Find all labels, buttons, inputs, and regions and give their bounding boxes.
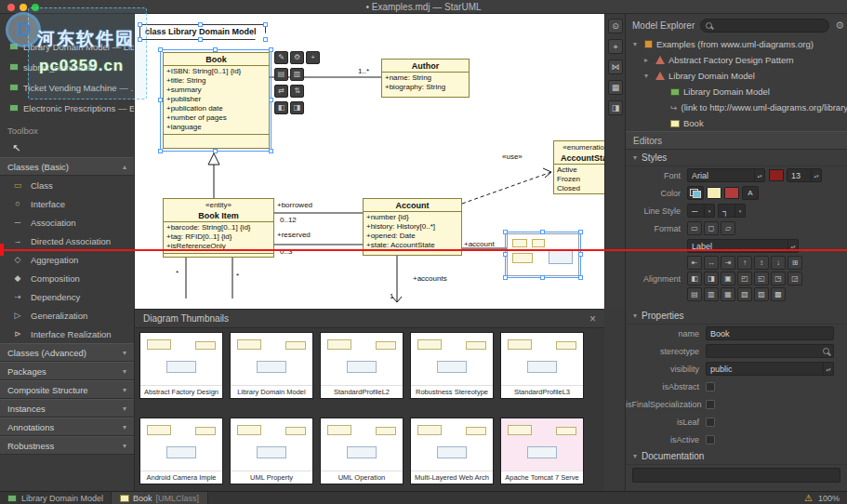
toolbox-section-classes-basic[interactable]: Classes (Basic) ▴: [0, 157, 134, 176]
selection-handle[interactable]: [269, 47, 273, 52]
alignment-button[interactable]: ↑: [737, 256, 752, 270]
selection-handle[interactable]: [198, 22, 203, 27]
working-diagram-item[interactable]: Ticket Vending Machine — …: [0, 77, 134, 98]
toolbox-item-aggregation[interactable]: ◇Aggregation: [0, 250, 134, 269]
quick-add-attribute-button[interactable]: ▤: [274, 68, 288, 81]
selection-handle[interactable]: [263, 37, 268, 42]
thumbnail-card[interactable]: StandardProfileL2: [320, 332, 404, 399]
toolbox-section-annotations[interactable]: Annotations▾: [0, 418, 134, 436]
toolbox-item-dependency[interactable]: ⇢Dependency: [0, 287, 134, 306]
selection-handle[interactable]: [138, 37, 142, 42]
toolbox-item-association[interactable]: ─Association: [0, 213, 134, 232]
format-button[interactable]: ▭: [687, 221, 702, 235]
warning-icon[interactable]: ⚠: [804, 493, 813, 503]
selection-handle[interactable]: [138, 22, 142, 27]
selection-handle[interactable]: [213, 149, 218, 153]
styles-section-header[interactable]: ▾Styles: [626, 150, 847, 166]
selection-handle[interactable]: [503, 275, 508, 280]
quick-edit-button[interactable]: ✎: [274, 51, 288, 64]
chevron-right-icon[interactable]: ▸: [644, 56, 652, 64]
alignment-button[interactable]: ↔: [704, 256, 719, 270]
alignment-button[interactable]: ◰: [737, 272, 752, 285]
selection-handle[interactable]: [269, 98, 273, 102]
is-active-checkbox[interactable]: [706, 435, 715, 444]
toolbox-item-directed-association[interactable]: →Directed Association: [0, 232, 134, 250]
alignment-button[interactable]: ▨: [754, 287, 769, 301]
toolbox-item-class[interactable]: ▭Class: [0, 176, 134, 194]
working-diagram-item[interactable]: Library Domain Model — Libr…: [0, 36, 134, 57]
thumbnail-card[interactable]: Library Domain Model: [230, 332, 313, 399]
is-final-specialization-checkbox[interactable]: [706, 400, 715, 409]
line-color-swatch[interactable]: [724, 187, 739, 199]
alignment-button[interactable]: ▥: [704, 287, 719, 301]
line-style-select[interactable]: ─▾: [687, 204, 715, 218]
toolbox-item-generalization[interactable]: ▷Generalization: [0, 306, 134, 325]
selection-handle[interactable]: [213, 47, 218, 52]
alignment-button[interactable]: ▦: [721, 287, 735, 301]
format-button[interactable]: ◻: [704, 221, 719, 235]
select-tool[interactable]: ↖: [0, 139, 134, 157]
quick-settings-button[interactable]: ⚙: [290, 51, 304, 64]
thumbnail-card[interactable]: Multi-Layered Web Arch: [410, 418, 494, 484]
visibility-select[interactable]: public▴▾: [706, 362, 834, 376]
quick-compartment-button[interactable]: ◧: [274, 101, 288, 114]
tree-item-hyperlink[interactable]: ↪(link to http://www.uml-diagrams.org/li…: [626, 99, 847, 115]
minimap-button[interactable]: ◨: [608, 100, 623, 115]
alignment-button[interactable]: ⊞: [787, 256, 802, 270]
quick-add-operation-button[interactable]: ▥: [290, 68, 304, 81]
is-leaf-checkbox[interactable]: [706, 418, 715, 427]
alignment-button[interactable]: ◱: [754, 272, 769, 285]
alignment-button[interactable]: ↕: [754, 256, 769, 270]
alignment-button[interactable]: ↓: [771, 256, 786, 270]
search-input[interactable]: [715, 20, 824, 30]
format-button[interactable]: ▱: [721, 221, 735, 235]
grid-button[interactable]: ▦: [608, 80, 623, 95]
close-icon[interactable]: ×: [589, 312, 596, 325]
stepper-icon[interactable]: ▾: [704, 205, 714, 217]
selection-handle[interactable]: [540, 230, 545, 234]
selection-handle[interactable]: [503, 230, 508, 234]
toolbox-item-composition[interactable]: ◆Composition: [0, 269, 134, 287]
alignment-button[interactable]: ▧: [737, 287, 752, 301]
thumbnail-card[interactable]: StandardProfileL3: [500, 332, 584, 399]
class-book[interactable]: Book +ISBN: String[0..1] {id} +title: St…: [163, 52, 270, 149]
quick-compartment-button[interactable]: ◨: [290, 101, 304, 114]
documentation-textarea[interactable]: [632, 468, 840, 483]
chevron-down-icon[interactable]: ▾: [633, 40, 641, 48]
font-color-swatch[interactable]: [769, 169, 784, 181]
toolbox-section-composite-structure[interactable]: Composite Structure▾: [0, 380, 134, 399]
diagram-frame-label[interactable]: class Library Domain Model: [139, 24, 266, 40]
search-icon[interactable]: [823, 348, 829, 354]
selection-handle[interactable]: [198, 37, 203, 42]
toolbox-section-classes-advanced[interactable]: Classes (Advanced)▾: [0, 343, 134, 362]
font-family-select[interactable]: Arial▴▾: [687, 168, 765, 182]
working-diagram-item[interactable]: Electronic Prescriptions — E…: [0, 98, 134, 118]
line-color-button[interactable]: [687, 186, 704, 200]
stereotype-field[interactable]: [706, 344, 834, 358]
active-diagram-indicator[interactable]: Library Domain Model: [0, 492, 111, 504]
alignment-button[interactable]: ◨: [704, 272, 719, 285]
line-corner-select[interactable]: ┐▾: [718, 204, 746, 218]
selection-handle[interactable]: [503, 252, 508, 257]
selection-handle[interactable]: [158, 47, 163, 52]
alignment-button[interactable]: ◧: [687, 272, 702, 285]
thumbnail-card[interactable]: UML Operation: [320, 418, 404, 484]
edge-use-dependency[interactable]: [462, 172, 551, 204]
selection-handle[interactable]: [578, 275, 583, 280]
font-color-button[interactable]: A: [742, 186, 759, 200]
gear-icon[interactable]: ⚙: [835, 20, 844, 32]
font-size-select[interactable]: 13▴▾: [787, 168, 822, 182]
relations-button[interactable]: ⋈: [608, 60, 623, 74]
selection-handle[interactable]: [263, 22, 268, 27]
alignment-button[interactable]: ▩: [771, 287, 786, 301]
pin-button[interactable]: ⊙: [608, 19, 623, 33]
stepper-icon[interactable]: ▴▾: [754, 169, 764, 181]
selection-handle[interactable]: [540, 275, 545, 280]
toolbox-item-interface-realization[interactable]: ⊳Interface Realization: [0, 325, 134, 343]
working-diagram-item[interactable]: submit_comments: [0, 57, 134, 77]
fill-color-swatch[interactable]: [707, 187, 721, 199]
stepper-icon[interactable]: ▾: [735, 205, 745, 217]
search-box[interactable]: [700, 19, 829, 33]
tree-item-diagram[interactable]: Library Domain Model: [626, 84, 847, 99]
selection-handle[interactable]: [158, 98, 163, 102]
